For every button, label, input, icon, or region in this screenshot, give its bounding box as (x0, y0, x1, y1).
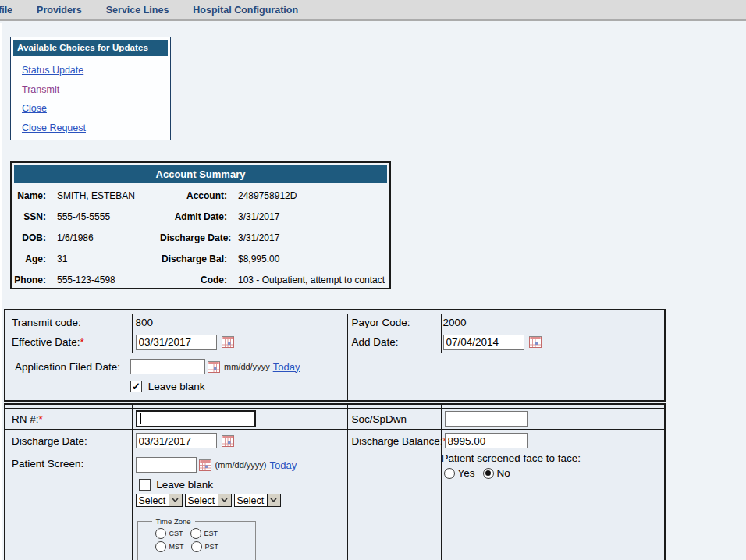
account-value: 103 - Outpatient, attempt to contact (238, 275, 389, 285)
account-label: Phone: (12, 275, 57, 285)
patient-screen-select-2[interactable]: Select (185, 494, 232, 507)
transmit-code-label: Transmit code: (5, 314, 132, 331)
leave-blank-checkbox[interactable]: ✓ (130, 381, 142, 392)
account-label: DOB: (12, 232, 57, 243)
leave-blank-checkbox[interactable] (139, 479, 151, 491)
patient-screen-label: Patient Screen: (5, 452, 132, 560)
link-close[interactable]: Close (22, 103, 170, 114)
date-format-hint: mm/dd/yyyy (224, 362, 270, 371)
chevron-down-icon (218, 494, 231, 506)
account-value: 555-45-5555 (57, 211, 160, 222)
timezone-legend: Time Zone (152, 517, 195, 526)
face-to-face-radio-yes[interactable] (444, 468, 455, 479)
account-label: Code: (160, 275, 238, 285)
account-label: Age: (12, 253, 57, 264)
transmit-form-table: Transmit code: 800 Payor Code: 2000 Effe… (4, 309, 666, 402)
patient-screen-select-1[interactable]: Select (136, 494, 183, 507)
account-label: Discharge Date: (160, 232, 238, 243)
account-label: SSN: (12, 211, 57, 222)
chevron-down-icon (267, 494, 280, 506)
effective-date-label: Effective Date:* (5, 331, 132, 353)
chevron-down-icon (169, 494, 182, 506)
leave-blank-label: Leave blank (148, 381, 205, 392)
account-value: 3/31/2017 (238, 211, 389, 222)
required-marker: * (80, 336, 84, 348)
text-cursor (140, 413, 141, 424)
empty-cell (347, 353, 665, 402)
status-update-form-table: RN #:* Soc/SpDwn Discharge Date: Dischar… (4, 403, 666, 560)
calendar-icon[interactable] (199, 459, 211, 471)
available-choices-panel: Available Choices for Updates Status Upd… (10, 37, 171, 140)
effective-date-input[interactable] (136, 335, 217, 350)
timezone-radio-cst[interactable] (155, 528, 166, 539)
timezone-radio-est[interactable] (190, 528, 201, 539)
application-filed-date-field: Application Filed Date: mm/dd/yyyy Today… (5, 353, 347, 392)
account-label: Name: (12, 190, 57, 201)
account-value: 555-123-4598 (57, 275, 160, 285)
leave-blank-label: Leave blank (156, 479, 213, 491)
patient-screen-select-3[interactable]: Select (234, 494, 281, 507)
link-status-update[interactable]: Status Update (22, 65, 170, 76)
nav-item-file[interactable]: file (0, 5, 12, 16)
face-to-face-label: Patient screened face to face: (442, 452, 665, 464)
account-value: SMITH, ESTEBAN (57, 190, 160, 201)
add-date-input[interactable] (443, 335, 524, 350)
today-link[interactable]: Today (273, 361, 300, 373)
calendar-icon[interactable] (222, 435, 234, 447)
patient-screen-field: (mm/dd/yyyy) Today Leave blank Select (133, 452, 347, 560)
page-left-edge-divider (0, 23, 2, 560)
nav-item-providers[interactable]: Providers (37, 5, 82, 16)
rn-number-input[interactable] (136, 410, 256, 427)
account-summary-grid: Name: SMITH, ESTEBAN Account: 2489758912… (12, 190, 389, 285)
account-value: $8,995.00 (238, 253, 389, 264)
discharge-date-input[interactable] (136, 433, 217, 448)
required-marker: * (39, 413, 43, 425)
calendar-icon[interactable] (529, 336, 542, 348)
timezone-fieldset: Time Zone CST EST (137, 517, 256, 560)
date-format-hint: (mm/dd/yyyy) (215, 460, 267, 470)
empty-cell (347, 452, 441, 560)
discharge-date-label: Discharge Date: (5, 430, 132, 452)
link-transmit[interactable]: Transmit (22, 84, 170, 95)
account-summary-title: Account Summary (14, 165, 387, 183)
account-value: 31 (57, 253, 160, 264)
account-value: 3/31/2017 (238, 232, 389, 243)
application-filed-date-label: Application Filed Date: (15, 359, 130, 373)
add-date-label: Add Date: (347, 331, 441, 353)
checkbox-check-icon: ✓ (132, 382, 140, 391)
hospital-app-page: file Providers Service Lines Hospital Co… (0, 0, 746, 560)
patient-screen-date-input[interactable] (136, 457, 197, 473)
top-nav-bar: file Providers Service Lines Hospital Co… (0, 0, 746, 21)
link-close-request[interactable]: Close Request (22, 122, 170, 133)
transmit-code-value: 800 (132, 314, 347, 331)
timezone-radio-pst[interactable] (191, 541, 202, 552)
nav-item-service-lines[interactable]: Service Lines (106, 5, 169, 16)
payor-code-label: Payor Code: (347, 314, 441, 331)
timezone-radio-mst[interactable] (155, 541, 166, 552)
available-choices-title: Available Choices for Updates (13, 40, 168, 56)
account-value: 2489758912D (238, 190, 389, 201)
account-summary-panel: Account Summary Name: SMITH, ESTEBAN Acc… (10, 161, 391, 289)
calendar-icon[interactable] (208, 361, 220, 373)
soc-spdwn-label: Soc/SpDwn (347, 409, 441, 430)
account-label: Admit Date: (160, 211, 238, 222)
account-label: Discharge Bal: (160, 253, 238, 264)
payor-code-value: 2000 (441, 314, 665, 331)
nav-item-hospital-configuration[interactable]: Hospital Configuration (193, 5, 298, 16)
face-to-face-radio-no[interactable] (483, 468, 494, 479)
today-link[interactable]: Today (270, 459, 297, 471)
soc-spdwn-input[interactable] (445, 411, 528, 427)
face-to-face-field: Patient screened face to face: Yes No (441, 452, 665, 560)
rn-number-label: RN #:* (5, 409, 132, 430)
account-label: Account: (160, 190, 238, 201)
available-choices-links: Status Update Transmit Close Close Reque… (11, 58, 170, 133)
application-filed-date-input[interactable] (130, 359, 205, 374)
discharge-balance-label: Discharge Balance:* (347, 430, 441, 452)
account-value: 1/6/1986 (57, 232, 160, 243)
calendar-icon[interactable] (222, 336, 234, 348)
discharge-balance-input[interactable] (445, 433, 528, 448)
